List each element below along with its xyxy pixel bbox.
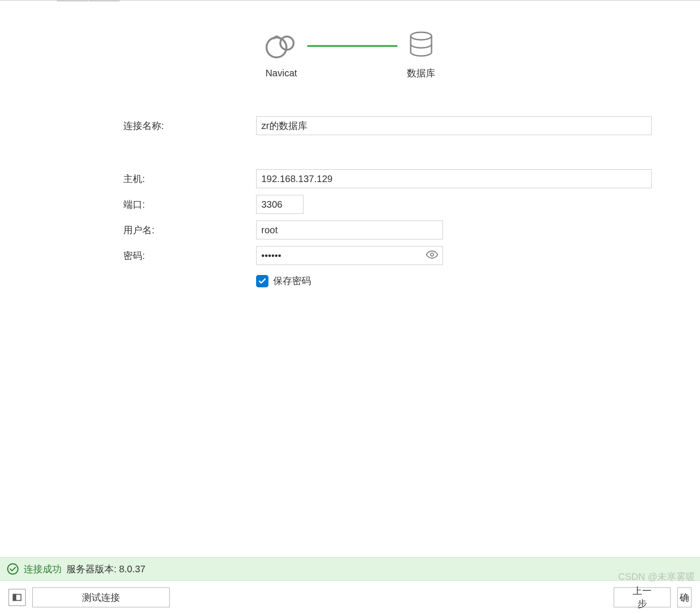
test-connection-button[interactable]: 测试连接 (32, 587, 170, 607)
right-button-group: 上一步 确 (614, 587, 691, 607)
port-row: 端口: (123, 195, 672, 214)
database-label: 数据库 (407, 67, 435, 80)
connection-form: 连接名称: 主机: 端口: 用户名: 密码: 保存密 (123, 116, 672, 287)
svg-point-0 (267, 37, 286, 57)
username-label: 用户名: (123, 224, 256, 237)
status-version-text: 服务器版本: 8.0.37 (66, 563, 146, 576)
svg-point-3 (431, 253, 434, 257)
prev-step-button[interactable]: 上一步 (614, 587, 671, 607)
top-tab[interactable] (89, 0, 120, 1)
username-input[interactable] (256, 220, 443, 239)
host-input[interactable] (256, 169, 652, 188)
navicat-column: Navicat (265, 32, 298, 79)
save-password-checkbox[interactable] (256, 275, 268, 287)
svg-point-4 (8, 564, 18, 574)
connection-name-row: 连接名称: (123, 116, 672, 135)
save-password-label: 保存密码 (273, 275, 311, 287)
host-label: 主机: (123, 173, 256, 185)
top-tabs (57, 0, 120, 1)
host-row: 主机: (123, 169, 672, 188)
port-label: 端口: (123, 198, 256, 211)
navicat-icon (265, 32, 298, 58)
password-label: 密码: (123, 249, 256, 262)
password-input[interactable] (256, 246, 443, 265)
connection-name-label: 连接名称: (123, 119, 256, 132)
connector-line (307, 45, 397, 47)
database-icon (408, 31, 434, 57)
svg-point-2 (411, 32, 432, 40)
password-row: 密码: (123, 246, 672, 265)
bottom-toolbar: 测试连接 上一步 确 (0, 581, 700, 614)
connection-name-input[interactable] (256, 116, 652, 135)
username-row: 用户名: (123, 220, 672, 239)
save-password-row: 保存密码 (256, 275, 672, 287)
success-check-icon (7, 563, 19, 575)
navicat-label: Navicat (266, 68, 297, 79)
status-success-text: 连接成功 (24, 563, 62, 576)
status-bar: 连接成功 服务器版本: 8.0.37 (0, 557, 700, 581)
connection-diagram: Navicat 数据库 (0, 31, 700, 80)
panel-toggle-button[interactable] (9, 589, 26, 606)
svg-rect-7 (13, 595, 16, 601)
panel-icon (12, 592, 22, 603)
show-password-icon[interactable] (426, 248, 438, 263)
top-tab[interactable] (57, 0, 88, 1)
database-column: 数据库 (407, 31, 435, 80)
port-input[interactable] (256, 195, 304, 214)
ok-button[interactable]: 确 (677, 587, 691, 607)
